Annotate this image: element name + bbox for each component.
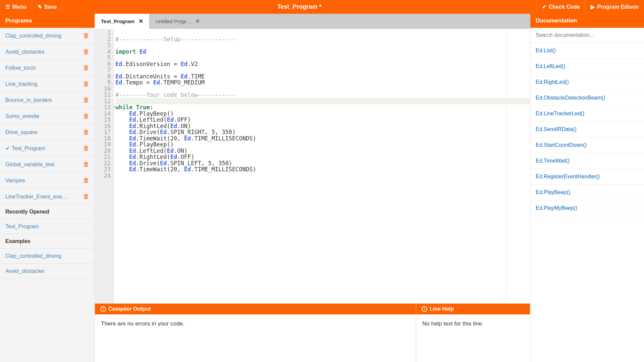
save-button[interactable]: ✎ Save: [32, 0, 62, 14]
check-code-button[interactable]: ✔ Check Code: [536, 0, 585, 14]
trash-icon[interactable]: 🗑: [83, 32, 89, 39]
code-line[interactable]: [115, 98, 530, 105]
play-icon: ▶: [591, 4, 595, 10]
example-item[interactable]: Clap_controlled_driving: [0, 249, 95, 264]
recent-item[interactable]: Test_Program: [0, 219, 95, 234]
program-item[interactable]: Bounce_in_borders🗑: [0, 92, 95, 108]
info-icon: i: [100, 306, 106, 312]
code-line[interactable]: Ed.TimeWait(20, Ed.TIME_MILLISECONDS): [115, 135, 530, 142]
close-icon[interactable]: ✕: [139, 18, 143, 25]
check-label: Check Code: [549, 4, 580, 10]
code-line[interactable]: Ed.Tempo = Ed.TEMPO_MEDIUM: [115, 79, 530, 86]
program-item[interactable]: Global_variable_test🗑: [0, 157, 95, 173]
close-icon[interactable]: ✕: [195, 18, 200, 25]
example-item[interactable]: Avoid_obstacles: [0, 264, 95, 279]
menu-label: Menu: [12, 4, 26, 10]
programs-list[interactable]: Clap_controlled_driving🗑Avoid_obstacles🗑…: [0, 28, 95, 362]
code-line[interactable]: Ed.EdisonVersion = Ed.V2: [115, 61, 530, 67]
program-item[interactable]: LineTracker_Event_exa…🗑: [0, 189, 95, 205]
code-line[interactable]: Ed.LeftLed(Ed.ON): [115, 148, 530, 154]
program-item[interactable]: Avoid_obstacles🗑: [0, 44, 95, 60]
program-label: Line_tracking: [5, 81, 83, 87]
documentation-item[interactable]: Ed.SendIRData(): [530, 122, 644, 137]
code-line[interactable]: Ed.PlayBeep(): [115, 111, 530, 117]
documentation-sidebar: Documentation Ed.List()Ed.LeftLed()Ed.Ri…: [530, 14, 644, 362]
editor-tab[interactable]: Test_Program✕: [95, 14, 150, 29]
program-item[interactable]: Drive_square🗑: [0, 124, 95, 140]
code-line[interactable]: Ed.TimeWait(20, Ed.TIME_MILLISECONDS): [115, 166, 530, 173]
code-line[interactable]: Ed.LeftLed(Ed.OFF): [115, 117, 530, 123]
documentation-item[interactable]: Ed.LeftLed(): [530, 59, 644, 74]
program-label: Global_variable_test: [5, 162, 83, 168]
program-item[interactable]: Test_Program🗑: [0, 140, 95, 157]
documentation-list[interactable]: Ed.List()Ed.LeftLed()Ed.RightLed()Ed.Obs…: [530, 43, 644, 216]
documentation-item[interactable]: Ed.ObstacleDetectionBeam(): [530, 90, 644, 106]
code-line[interactable]: [115, 55, 530, 61]
program-label: Follow_torch: [5, 65, 83, 71]
editor-tab[interactable]: Untitled Progr…✕: [150, 14, 207, 29]
program-item[interactable]: Line_tracking🗑: [0, 76, 95, 92]
line-number: 6: [97, 61, 111, 67]
documentation-item[interactable]: Ed.RightLed(): [530, 74, 644, 90]
code-line[interactable]: [115, 30, 530, 36]
line-number: 9: [97, 79, 111, 86]
trash-icon[interactable]: 🗑: [83, 48, 89, 55]
trash-icon[interactable]: 🗑: [83, 64, 89, 71]
program-label: Bounce_in_borders: [5, 97, 83, 103]
documentation-item[interactable]: Ed.LineTrackerLed(): [530, 106, 644, 122]
code-line[interactable]: Ed.PlayBeep(): [115, 141, 530, 148]
code-line[interactable]: Ed.RightLed(Ed.ON): [115, 123, 530, 129]
documentation-search-input[interactable]: [530, 28, 644, 43]
documentation-item[interactable]: Ed.RegisterEventHandler(): [530, 169, 644, 185]
code-line[interactable]: Ed.DistanceUnits = Ed.TIME: [115, 73, 530, 80]
program-item[interactable]: Clap_controlled_driving🗑: [0, 28, 95, 44]
trash-icon[interactable]: 🗑: [83, 161, 89, 168]
documentation-item[interactable]: Ed.List(): [530, 43, 644, 59]
code-editor[interactable]: 123456789101112131415161718192021222324 …: [95, 29, 530, 303]
documentation-header: Documentation: [530, 14, 644, 28]
documentation-item[interactable]: Ed.TimeWait(): [530, 153, 644, 169]
line-help-header: Line Help: [430, 306, 454, 312]
program-label: Clap_controlled_driving: [5, 253, 89, 259]
code-area[interactable]: #-------------Setup----------------impor…: [114, 29, 530, 303]
line-number: 13: [97, 104, 111, 111]
code-line[interactable]: [115, 173, 530, 179]
trash-icon[interactable]: 🗑: [83, 145, 89, 152]
line-number: 21: [97, 154, 111, 160]
tab-label: Untitled Progr…: [156, 18, 192, 24]
program-item[interactable]: Sumo_wrestle🗑: [0, 108, 95, 124]
programs-header: Programs: [0, 14, 95, 28]
line-number: 8: [97, 73, 111, 80]
code-line[interactable]: while True:: [115, 104, 530, 111]
menu-button[interactable]: ☰ Menu: [0, 0, 32, 14]
trash-icon[interactable]: 🗑: [83, 80, 89, 87]
code-line[interactable]: [115, 67, 530, 73]
line-help-panel: iLine Help No help text for this line.: [416, 304, 530, 362]
code-line[interactable]: Ed.Drive(Ed.SPIN_LEFT, 5, 350): [115, 160, 530, 167]
line-help-body: No help text for this line.: [416, 314, 530, 333]
code-line[interactable]: Ed.Drive(Ed.SPIN_RIGHT, 5, 350): [115, 129, 530, 135]
program-label: Test_Program: [12, 145, 83, 152]
compiler-body: There are no errors in your code.: [95, 314, 416, 333]
documentation-item[interactable]: Ed.PlayMyBeep(): [530, 200, 644, 216]
program-item[interactable]: Follow_torch🗑: [0, 60, 95, 76]
program-item[interactable]: Vampire🗑: [0, 173, 95, 189]
code-line[interactable]: Ed.RightLed(Ed.OFF): [115, 154, 530, 160]
code-line[interactable]: [115, 86, 530, 92]
line-number: 22: [97, 160, 111, 167]
documentation-item[interactable]: Ed.PlayBeep(): [530, 185, 644, 200]
trash-icon[interactable]: 🗑: [83, 177, 89, 184]
compiler-header: Compiler Output: [108, 306, 151, 312]
trash-icon[interactable]: 🗑: [83, 129, 89, 136]
code-line[interactable]: [115, 42, 530, 49]
code-line[interactable]: #-------------Setup----------------: [115, 36, 530, 43]
trash-icon[interactable]: 🗑: [83, 113, 89, 120]
line-number: 17: [97, 129, 111, 135]
program-edison-button[interactable]: ▶ Program Edison: [585, 0, 644, 14]
line-number: 15: [97, 117, 111, 123]
code-line[interactable]: import Ed: [115, 49, 530, 55]
trash-icon[interactable]: 🗑: [83, 193, 89, 200]
documentation-item[interactable]: Ed.StartCountDown(): [530, 137, 644, 153]
code-line[interactable]: #--------Your code below-----------: [115, 92, 530, 98]
trash-icon[interactable]: 🗑: [83, 97, 89, 104]
